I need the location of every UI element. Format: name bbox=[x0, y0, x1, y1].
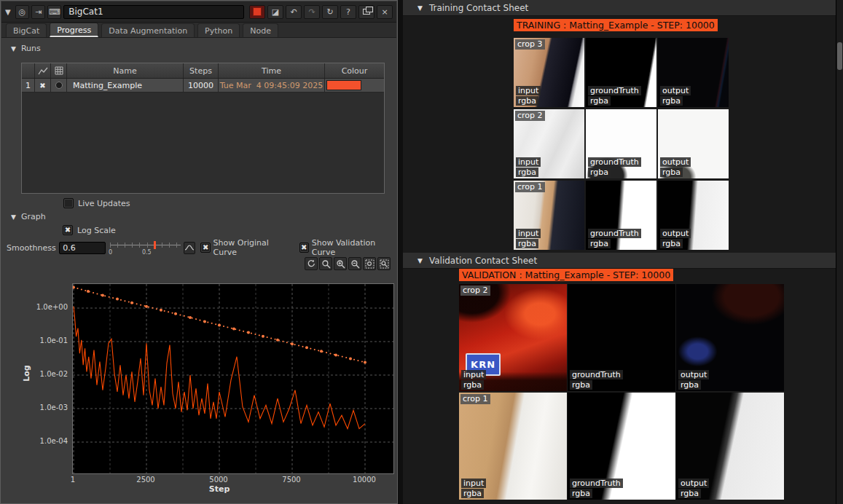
zoom-horizontal-icon[interactable] bbox=[363, 257, 376, 270]
validation-point bbox=[101, 294, 104, 297]
tab-python[interactable]: Python bbox=[197, 23, 240, 37]
caption-role: input bbox=[461, 370, 486, 379]
run-colour-cell[interactable] bbox=[325, 79, 383, 92]
run-row[interactable]: 1 ✖ Matting_Example 10000 Tue Mar 4 09:4… bbox=[22, 79, 384, 92]
training-sheet-header-label: Training Contact Sheet bbox=[429, 3, 528, 13]
select-run-cell[interactable] bbox=[51, 79, 67, 92]
t-crop-1-input-thumbnail: crop 1inputrgba bbox=[514, 181, 584, 250]
panel-titlebar: ▼ ◎ ⇥ ⌨ ◪ ↶ ↷ ↻ ? × bbox=[1, 1, 396, 23]
validation-point bbox=[334, 353, 337, 356]
loss-plot[interactable] bbox=[72, 283, 394, 474]
collapse-triangle-icon[interactable]: ▼ bbox=[5, 8, 11, 16]
caption-role: input bbox=[516, 157, 541, 167]
vertical-scrollbar[interactable] bbox=[836, 0, 843, 504]
graph-collapse-icon[interactable]: ▼ bbox=[11, 213, 16, 221]
image-caption: inputrgba bbox=[516, 229, 541, 248]
training-collapse-icon[interactable]: ▼ bbox=[417, 4, 423, 12]
v-crop-1-groundTruth-thumbnail: groundTruthrgba bbox=[568, 393, 675, 500]
slider-handle[interactable] bbox=[154, 241, 156, 249]
live-updates-label: Live Updates bbox=[78, 199, 130, 208]
close-panel-button[interactable]: × bbox=[377, 5, 393, 19]
tab-bigcat[interactable]: BigCat bbox=[6, 23, 47, 37]
zoom-out-icon[interactable] bbox=[348, 257, 361, 270]
runs-section-label: Runs bbox=[21, 44, 41, 53]
caption-channels: rgba bbox=[570, 489, 592, 498]
caption-channels: rgba bbox=[461, 380, 484, 390]
x-tick-label: 2500 bbox=[128, 476, 164, 484]
validation-sheet-header[interactable]: ▼ Validation Contact Sheet bbox=[403, 253, 843, 269]
caption-role: input bbox=[516, 229, 541, 238]
validation-point bbox=[130, 302, 133, 304]
t-crop-2-groundTruth-thumbnail: groundTruthrgba bbox=[586, 109, 656, 178]
show-original-checkbox[interactable]: ✖ bbox=[200, 243, 210, 253]
t-crop-3-output-thumbnail: outputrgba bbox=[658, 38, 729, 107]
validation-collapse-icon[interactable]: ▼ bbox=[417, 257, 423, 264]
caption-channels: rgba bbox=[660, 96, 683, 106]
v-crop-1-output-thumbnail: outputrgba bbox=[676, 393, 784, 500]
postage-stamp-icon[interactable]: ◪ bbox=[267, 5, 283, 19]
node-color-button[interactable] bbox=[249, 5, 265, 19]
slider-tick-0: 0 bbox=[109, 249, 112, 256]
properties-panel: ▼ ◎ ⇥ ⌨ ◪ ↶ ↷ ↻ ? × BigCat Progress Data… bbox=[0, 0, 398, 504]
float-window-button[interactable] bbox=[358, 5, 375, 19]
image-caption: inputrgba bbox=[461, 479, 486, 498]
t-crop-2-output-thumbnail: outputrgba bbox=[658, 109, 729, 178]
x-axis-title: Step bbox=[197, 484, 241, 494]
training-sheet-title: TRAINING : Matting_Example - STEP: 10000 bbox=[514, 19, 718, 31]
focus-node-icon[interactable]: ◎ bbox=[15, 5, 29, 19]
caption-channels: rgba bbox=[678, 489, 701, 498]
y-tick-label: 1.0e-02 bbox=[26, 370, 68, 378]
help-button[interactable]: ? bbox=[340, 5, 356, 19]
caption-role: output bbox=[660, 229, 691, 238]
revert-icon[interactable]: ↻ bbox=[322, 5, 338, 19]
zoom-in-icon[interactable] bbox=[334, 257, 347, 270]
redo-icon[interactable]: ↷ bbox=[304, 5, 320, 19]
runs-collapse-icon[interactable]: ▼ bbox=[11, 45, 16, 52]
undo-icon[interactable]: ↶ bbox=[286, 5, 302, 19]
validation-point bbox=[349, 357, 352, 360]
validation-point bbox=[160, 309, 162, 312]
graph-section-header[interactable]: ▼ Graph bbox=[11, 212, 46, 221]
node-name-input[interactable] bbox=[63, 5, 244, 19]
training-sheet-header[interactable]: ▼ Training Contact Sheet bbox=[403, 0, 843, 16]
scrollbar-thumb[interactable] bbox=[837, 42, 842, 70]
log-scale-checkbox[interactable]: ✖ bbox=[63, 225, 73, 235]
pin-panel-icon[interactable]: ⇥ bbox=[31, 5, 45, 19]
zoom-vertical-icon[interactable] bbox=[377, 257, 391, 270]
caption-channels: rgba bbox=[570, 380, 592, 390]
titlebar-actions: ◪ ↶ ↷ ↻ ? × bbox=[249, 5, 393, 19]
live-updates-checkbox[interactable] bbox=[63, 198, 74, 208]
t-crop-3-groundTruth-thumbnail: groundTruthrgba bbox=[586, 38, 656, 107]
smoothness-input[interactable] bbox=[59, 242, 106, 254]
v-crop-2-groundTruth-thumbnail: groundTruthrgba bbox=[568, 284, 675, 391]
image-caption: outputrgba bbox=[660, 229, 691, 248]
image-caption: groundTruthrgba bbox=[570, 370, 623, 390]
image-caption: outputrgba bbox=[660, 86, 691, 106]
curve-editor-button[interactable] bbox=[184, 242, 195, 254]
curve-column-header bbox=[35, 63, 51, 78]
tab-node[interactable]: Node bbox=[243, 23, 278, 37]
shortcuts-icon[interactable]: ⌨ bbox=[47, 5, 61, 19]
show-validation-checkbox[interactable]: ✖ bbox=[299, 243, 309, 253]
reset-zoom-icon[interactable] bbox=[305, 257, 318, 270]
image-caption: outputrgba bbox=[678, 370, 709, 390]
delete-run-icon[interactable]: ✖ bbox=[39, 82, 45, 90]
delete-run-cell[interactable]: ✖ bbox=[35, 79, 51, 92]
run-colour-swatch[interactable] bbox=[326, 80, 361, 90]
validation-point bbox=[174, 312, 177, 315]
log-scale-label: Log Scale bbox=[77, 226, 116, 235]
row-number-header bbox=[22, 63, 35, 78]
smoothness-slider[interactable]: 0 0.5 bbox=[110, 240, 181, 256]
radio-icon[interactable] bbox=[55, 82, 63, 89]
zoom-region-icon[interactable] bbox=[319, 257, 332, 270]
runs-section-header[interactable]: ▼ Runs bbox=[11, 44, 41, 53]
validation-point bbox=[203, 320, 206, 323]
caption-role: output bbox=[678, 370, 709, 379]
tab-progress[interactable]: Progress bbox=[50, 23, 98, 37]
validation-sheet-title: VALIDATION : Matting_Example - STEP: 100… bbox=[459, 269, 673, 281]
validation-point bbox=[87, 290, 90, 293]
y-tick-label: 1.0e+00 bbox=[26, 303, 68, 311]
crop-label: crop 1 bbox=[515, 182, 545, 192]
tab-data-augmentation[interactable]: Data Augmentation bbox=[101, 23, 195, 37]
x-tick-label: 5000 bbox=[200, 476, 237, 484]
